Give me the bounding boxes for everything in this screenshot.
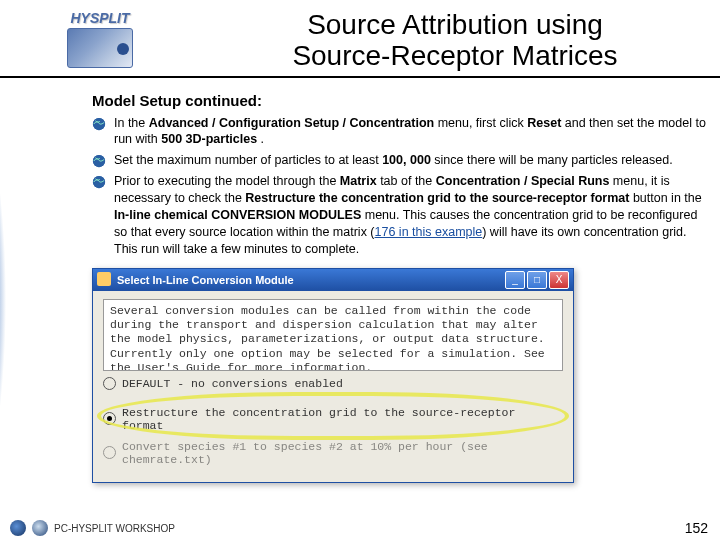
dialog-title: Select In-Line Conversion Module	[97, 274, 503, 286]
radio-icon	[103, 377, 116, 390]
slide-header: HYSPLIT Source Attribution using Source-…	[0, 0, 720, 78]
title-line-1: Source Attribution using	[200, 10, 710, 41]
bullet-list: In the Advanced / Configuration Setup / …	[92, 115, 706, 258]
product-name: HYSPLIT	[70, 10, 129, 26]
globe-bullet-icon	[92, 154, 106, 168]
slide-footer: PC-HYSPLIT WORKSHOP 152	[0, 518, 720, 538]
list-item-text: In the Advanced / Configuration Setup / …	[114, 115, 706, 149]
header-logo-block: HYSPLIT	[0, 6, 200, 68]
dialog-titlebar[interactable]: Select In-Line Conversion Module _ □ X	[93, 269, 573, 291]
dialog-body: Several conversion modules can be called…	[93, 291, 573, 482]
radio-restructure-label: Restructure the concentration grid to th…	[122, 406, 563, 432]
title-line-2: Source-Receptor Matrices	[200, 41, 710, 72]
list-item-text: Set the maximum number of particles to a…	[114, 152, 673, 169]
hysplit-globe-icon	[67, 28, 133, 68]
close-button[interactable]: X	[549, 271, 569, 289]
list-item: Set the maximum number of particles to a…	[92, 152, 706, 169]
footer-workshop-label: PC-HYSPLIT WORKSHOP	[54, 523, 175, 534]
globe-bullet-icon	[92, 175, 106, 189]
page-number: 152	[685, 520, 708, 536]
slide-body: Model Setup continued: In the Advanced /…	[0, 78, 720, 483]
maximize-button[interactable]: □	[527, 271, 547, 289]
radio-convert-label: Convert species #1 to species #2 at 10% …	[122, 440, 563, 466]
noaa-seal-icon	[10, 520, 26, 536]
conversion-module-dialog: Select In-Line Conversion Module _ □ X S…	[92, 268, 574, 483]
radio-convert[interactable]: Convert species #1 to species #2 at 10% …	[103, 440, 563, 466]
dialog-app-icon	[97, 272, 111, 286]
agency-seal-icon	[32, 520, 48, 536]
radio-default-label: DEFAULT - no conversions enabled	[122, 377, 343, 390]
list-item: In the Advanced / Configuration Setup / …	[92, 115, 706, 149]
section-heading: Model Setup continued:	[92, 92, 706, 109]
slide-title: Source Attribution using Source-Receptor…	[200, 6, 710, 72]
minimize-button[interactable]: _	[505, 271, 525, 289]
list-item-text: Prior to executing the model through the…	[114, 173, 706, 257]
dialog-help-text: Several conversion modules can be called…	[103, 299, 563, 371]
radio-icon	[103, 412, 116, 425]
globe-bullet-icon	[92, 117, 106, 131]
radio-icon	[103, 446, 116, 459]
list-item: Prior to executing the model through the…	[92, 173, 706, 257]
radio-default[interactable]: DEFAULT - no conversions enabled	[103, 377, 563, 390]
radio-restructure[interactable]: Restructure the concentration grid to th…	[103, 406, 563, 432]
